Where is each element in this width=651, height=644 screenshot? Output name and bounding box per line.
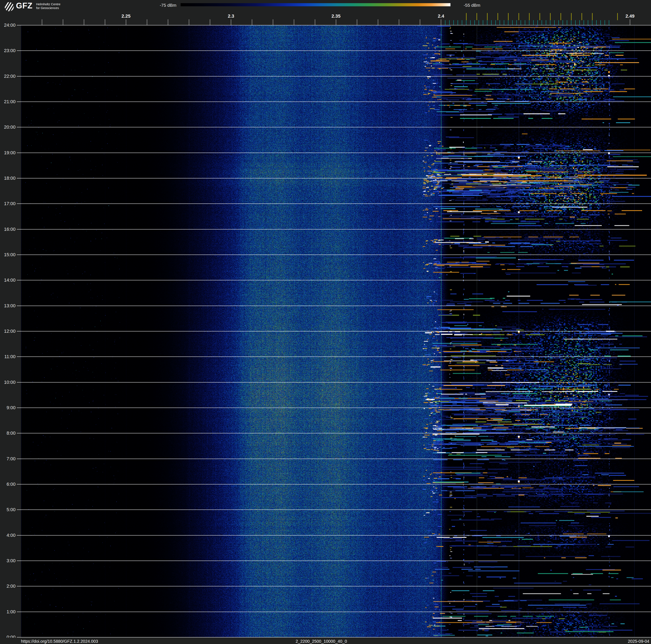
wifi-channel-tick [466, 13, 467, 20]
ble-channel-tick [575, 20, 576, 25]
freq-major-tick [210, 19, 210, 25]
hour-gridline [17, 433, 651, 433]
footer-dataset-id: 2_2200_2500_10000_40_0 [296, 639, 347, 644]
wifi-channel-tick [571, 13, 571, 20]
wifi-channel-tick [508, 13, 508, 20]
hour-gridline [17, 509, 651, 510]
gfz-logo [4, 2, 14, 12]
spectrogram-page: GFZ Helmholtz Centre for Geosciences -75… [0, 0, 651, 644]
hour-gridline [17, 229, 651, 230]
ble-channel-tick [592, 20, 592, 25]
freq-major-tick [273, 19, 273, 25]
ble-channel-tick [487, 20, 488, 25]
hour-gridline [17, 612, 651, 612]
time-tick-label: 12:00 [0, 328, 16, 334]
colorbar [181, 3, 451, 6]
time-tick-label: 13:00 [0, 303, 16, 309]
time-tick-label: 10:00 [0, 380, 16, 385]
time-tick-label: 4:00 [0, 533, 16, 538]
time-tick-label: 1:00 [0, 609, 16, 615]
hour-gridline [17, 484, 651, 485]
freq-major-tick [84, 19, 84, 25]
freq-major-tick [189, 19, 189, 25]
ble-channel-tick [550, 20, 550, 25]
freq-major-tick [294, 19, 294, 25]
time-tick-label: 2:00 [0, 583, 16, 589]
hour-gridline [17, 382, 651, 383]
hour-gridline [17, 459, 651, 459]
ble-channel-tick [596, 20, 597, 25]
freq-major-tick [147, 19, 147, 25]
hour-gridline [17, 178, 651, 178]
ble-channel-tick [600, 20, 601, 25]
logo-name-line1: Helmholtz Centre [36, 2, 60, 6]
ble-channel-tick [495, 20, 496, 25]
time-tick-label: 7:00 [0, 456, 16, 462]
time-tick-label: 19:00 [0, 150, 16, 155]
wifi-channel-tick [550, 13, 551, 20]
ble-channel-tick [558, 20, 559, 25]
hour-gridline [17, 76, 651, 77]
ble-channel-tick [584, 20, 584, 25]
hour-gridline [17, 255, 651, 255]
freq-major-tick [420, 19, 420, 25]
time-tick-label: 11:00 [0, 354, 16, 359]
ble-channel-tick [508, 20, 508, 25]
ble-channel-tick [500, 20, 500, 25]
freq-major-tick [231, 19, 231, 25]
ble-channel-tick [470, 20, 471, 25]
time-tick-label: 3:00 [0, 558, 16, 563]
ble-channel-tick [541, 20, 542, 25]
hour-gridline [17, 127, 651, 127]
time-tick-label: 17:00 [0, 201, 16, 206]
logo-name-line2: for Geosciences [36, 6, 59, 10]
ble-channel-tick [445, 20, 445, 25]
footer-date: 2025-09-04 [617, 639, 649, 644]
hour-gridline [17, 586, 651, 586]
hour-gridline [17, 356, 651, 357]
ble-channel-tick [588, 20, 588, 25]
ble-channel-tick [604, 20, 605, 25]
time-tick-label: 18:00 [0, 176, 16, 181]
freq-major-tick [168, 19, 168, 25]
ble-channel-tick [458, 20, 458, 25]
freq-tick-label: 2.3 [228, 13, 235, 19]
ble-channel-tick [462, 20, 462, 25]
ble-channel-tick [546, 20, 546, 25]
hour-gridline [17, 51, 651, 51]
time-tick-label: 20:00 [0, 124, 16, 130]
ble-channel-tick [554, 20, 555, 25]
hour-gridline [17, 331, 651, 331]
logo-acronym: GFZ [16, 1, 33, 10]
ble-channel-tick [563, 20, 563, 25]
hour-gridline [17, 535, 651, 535]
ble-channel-tick [478, 20, 479, 25]
wifi-channel-tick [529, 13, 530, 20]
hour-gridline [17, 561, 651, 561]
freq-tick-label: 2.4 [438, 13, 444, 19]
wifi-channel-tick [560, 13, 561, 20]
ble-channel-tick [567, 20, 567, 25]
ble-channel-tick [571, 20, 571, 25]
freq-major-tick [630, 19, 630, 25]
hour-gridline [17, 153, 651, 153]
freq-major-tick [42, 19, 42, 25]
ble-channel-tick [579, 20, 580, 25]
wifi-channel-tick [592, 13, 593, 20]
ble-channel-tick [512, 20, 513, 25]
wifi-channel-tick [617, 13, 618, 20]
time-tick-label: 15:00 [0, 252, 16, 258]
ble-channel-tick [529, 20, 529, 25]
wifi-channel-tick [582, 13, 582, 20]
time-tick-label: 22:00 [0, 74, 16, 79]
freq-major-tick [399, 19, 399, 25]
freq-major-tick [105, 19, 105, 25]
wifi-channel-tick [519, 13, 519, 20]
ble-channel-tick [525, 20, 525, 25]
gfz-logo-icon [4, 2, 14, 12]
ble-channel-tick [537, 20, 538, 25]
time-tick-label: 24:00 [0, 23, 16, 28]
wifi-channel-tick [497, 13, 498, 20]
ble-channel-tick [521, 20, 521, 25]
freq-major-tick [357, 19, 357, 25]
